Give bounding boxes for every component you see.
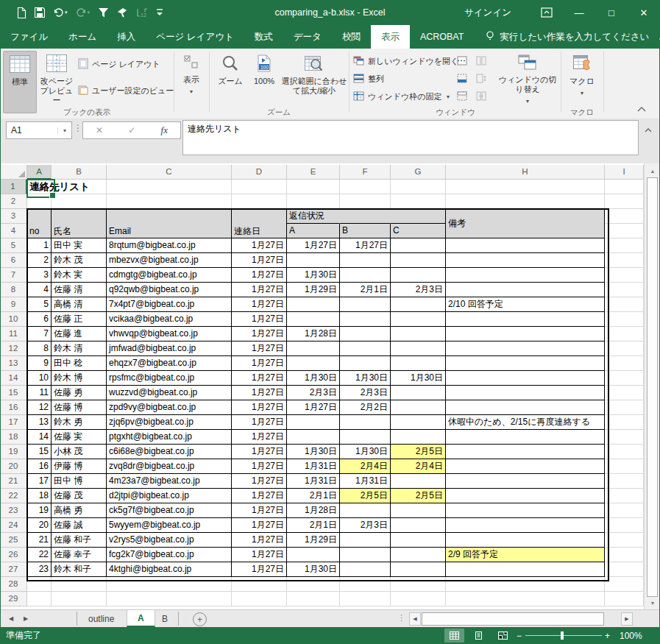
hide-window-icon[interactable]: [455, 71, 469, 85]
cell-G23[interactable]: [391, 503, 446, 518]
cell-F2[interactable]: [340, 194, 391, 209]
cell-A5[interactable]: 1: [27, 238, 52, 253]
cell-D28[interactable]: [232, 577, 287, 592]
cell-I11[interactable]: [605, 327, 644, 342]
cell-G22[interactable]: 2月5日: [391, 489, 446, 503]
row-header-11[interactable]: 11: [0, 327, 27, 342]
column-header-A[interactable]: A: [27, 165, 52, 180]
hscroll-left-icon[interactable]: ◀: [409, 612, 421, 626]
cell-F29[interactable]: [340, 592, 391, 606]
cell-C5[interactable]: 8rqtum@bigbeat.co.jp: [107, 238, 232, 253]
macros-button[interactable]: マクロ ▼: [565, 51, 599, 112]
cell-E8[interactable]: 1月29日: [287, 283, 340, 297]
row-header-5[interactable]: 5: [0, 238, 27, 253]
cell-H2[interactable]: [446, 194, 605, 209]
cell-D1[interactable]: [232, 180, 287, 194]
cell-E21[interactable]: 1月31日: [287, 474, 340, 489]
cell-A20[interactable]: 16: [27, 459, 52, 474]
new-sheet-button[interactable]: +: [193, 612, 207, 626]
cell-A28[interactable]: [27, 577, 52, 592]
cell-F1[interactable]: [340, 180, 391, 194]
column-header-B[interactable]: B: [52, 165, 107, 180]
cell-E24[interactable]: 2月1日: [287, 518, 340, 533]
column-header-F[interactable]: F: [340, 165, 391, 180]
cell-B6[interactable]: 鈴木 茂: [52, 253, 107, 268]
cell-B14[interactable]: 鈴木 博: [52, 371, 107, 386]
cell-B12[interactable]: 鈴木 清: [52, 342, 107, 356]
cell-E12[interactable]: [287, 342, 340, 356]
cell-F9[interactable]: [340, 297, 391, 312]
cell-B2[interactable]: [52, 194, 107, 209]
column-header-C[interactable]: C: [107, 165, 232, 180]
cell-H3[interactable]: 備考: [446, 209, 605, 238]
cell-I24[interactable]: [605, 518, 644, 533]
cell-E17[interactable]: [287, 415, 340, 430]
cell-F17[interactable]: [340, 415, 391, 430]
cell-G18[interactable]: [391, 430, 446, 445]
cell-I17[interactable]: [605, 415, 644, 430]
zoom-slider-track[interactable]: [525, 635, 602, 636]
cell-G2[interactable]: [391, 194, 446, 209]
cell-D22[interactable]: 1月27日: [232, 489, 287, 503]
cell-G16[interactable]: [391, 400, 446, 415]
tab-review[interactable]: 校閲: [332, 25, 371, 49]
cell-F8[interactable]: 2月1日: [340, 283, 391, 297]
cell-F12[interactable]: [340, 342, 391, 356]
sheet-nav-left-icon[interactable]: ◀: [9, 610, 13, 627]
cell-A24[interactable]: 20: [27, 518, 52, 533]
cell-H8[interactable]: [446, 283, 605, 297]
row-header-1[interactable]: 1: [0, 180, 27, 194]
cell-I15[interactable]: [605, 386, 644, 400]
cell-B9[interactable]: 高橋 清: [52, 297, 107, 312]
sheet-tab-outline[interactable]: outline: [78, 610, 124, 627]
cell-E16[interactable]: 1月27日: [287, 400, 340, 415]
cell-D3[interactable]: 連絡日: [232, 209, 287, 238]
cell-C29[interactable]: [107, 592, 232, 606]
cell-C20[interactable]: zvq8dr@bigbeat.co.jp: [107, 459, 232, 474]
cell-I28[interactable]: [605, 577, 644, 592]
row-header-17[interactable]: 17: [0, 415, 27, 430]
cell-H25[interactable]: [446, 533, 605, 548]
cell-H24[interactable]: [446, 518, 605, 533]
cell-I3[interactable]: [605, 209, 644, 224]
sheet-tab-b[interactable]: B: [152, 610, 178, 627]
row-header-21[interactable]: 21: [0, 474, 27, 489]
cell-H19[interactable]: [446, 445, 605, 459]
cell-E7[interactable]: 1月30日: [287, 268, 340, 283]
cell-D27[interactable]: 1月27日: [232, 562, 287, 577]
cell-A7[interactable]: 3: [27, 268, 52, 283]
cell-D21[interactable]: 1月27日: [232, 474, 287, 489]
cell-E10[interactable]: [287, 312, 340, 327]
row-header-20[interactable]: 20: [0, 459, 27, 474]
zoom-button[interactable]: ズーム: [213, 51, 247, 112]
cell-C3[interactable]: Email: [107, 209, 232, 238]
cell-G28[interactable]: [391, 577, 446, 592]
cell-D19[interactable]: 1月27日: [232, 445, 287, 459]
formula-input[interactable]: 連絡先リスト: [182, 120, 639, 155]
row-header-18[interactable]: 18: [0, 430, 27, 445]
cell-E13[interactable]: [287, 356, 340, 371]
cell-I8[interactable]: [605, 283, 644, 297]
cell-A21[interactable]: 17: [27, 474, 52, 489]
cell-F21[interactable]: 1月31日: [340, 474, 391, 489]
cell-G29[interactable]: [391, 592, 446, 606]
cell-C16[interactable]: zpd9vy@bigbeat.co.jp: [107, 400, 232, 415]
cell-D5[interactable]: 1月27日: [232, 238, 287, 253]
vertical-scrollbar[interactable]: ▲ ▼: [644, 163, 660, 609]
zoom-100-button[interactable]: 100 100%: [249, 51, 280, 112]
cell-D13[interactable]: 1月27日: [232, 356, 287, 371]
zoom-level[interactable]: 100%: [620, 627, 642, 644]
cell-A25[interactable]: 21: [27, 533, 52, 548]
row-header-22[interactable]: 22: [0, 489, 27, 503]
row-header-7[interactable]: 7: [0, 268, 27, 283]
cell-C12[interactable]: jmfwad@bigbeat.co.jp: [107, 342, 232, 356]
cell-D16[interactable]: 1月27日: [232, 400, 287, 415]
cell-A18[interactable]: 14: [27, 430, 52, 445]
cell-F22[interactable]: 2月5日: [340, 489, 391, 503]
tab-page-layout[interactable]: ページ レイアウト: [146, 25, 244, 49]
cell-A8[interactable]: 4: [27, 283, 52, 297]
cell-G26[interactable]: [391, 548, 446, 562]
cell-C1[interactable]: [107, 180, 232, 194]
cell-B20[interactable]: 伊藤 博: [52, 459, 107, 474]
cell-I2[interactable]: [605, 194, 644, 209]
